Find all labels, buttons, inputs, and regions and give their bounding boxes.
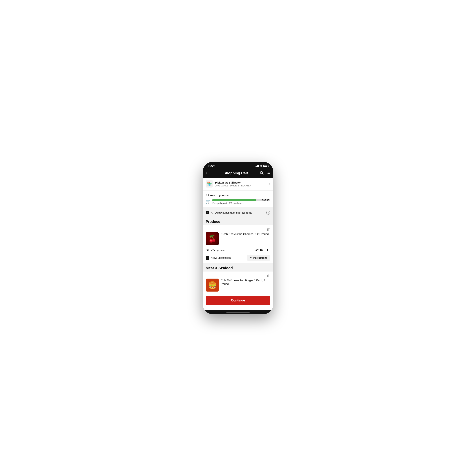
pickup-banner[interactable]: 🏪 Pickup at: Stillwater 1801 MARKET DRIV…: [203, 178, 273, 190]
phone-screen: 10:25 ⌘ ‹ Shopping Cart: [203, 162, 273, 314]
svg-line-1: [262, 173, 263, 174]
product-info-row: Fresh Red Jumbo Cherries, 0.25 Pound: [206, 232, 270, 245]
info-icon[interactable]: i: [266, 211, 270, 215]
per-unit: $6.99/lb: [217, 249, 225, 252]
product-delete-row: 🗑: [206, 227, 270, 232]
burger-info-row: Cub 80% Lean Pub Burger 1 Each, 1 Pound: [206, 279, 270, 291]
search-icon[interactable]: [260, 171, 264, 176]
progress-bar: $35.00: [212, 199, 270, 201]
pencil-icon: ✏: [250, 256, 252, 259]
progress-amount: $35.00: [262, 199, 269, 201]
back-button[interactable]: ‹: [206, 170, 212, 176]
product-card-burger: 🗑 Cub 80% Lean Pub Burger 1 Each, 1 Poun…: [203, 272, 273, 293]
burger-delete-row: 🗑: [206, 274, 270, 278]
header-actions: •••: [260, 171, 270, 176]
header-title: Shopping Cart: [223, 171, 248, 175]
home-bar: [226, 312, 250, 313]
progress-section: $35.00 Free pickup with $35 purchase...: [212, 199, 270, 204]
status-icons: ⌘: [255, 165, 268, 168]
instructions-button[interactable]: ✏ Instructions: [247, 255, 270, 261]
substitution-bar: ✓ ↻ Allow substitutions for all items i: [203, 208, 273, 217]
allow-sub-checkbox[interactable]: ✓: [206, 256, 209, 260]
more-options-icon[interactable]: •••: [267, 171, 270, 175]
store-icon: 🏪: [206, 180, 213, 187]
substitution-label: Allow substitutions for all items: [215, 211, 265, 214]
burger-delete-icon[interactable]: 🗑: [267, 274, 270, 278]
status-time: 10:25: [208, 164, 215, 168]
progress-label: Free pickup with $35 purchase...: [212, 202, 270, 204]
signal-icon: [255, 165, 259, 167]
product-actions-row: ✓ Allow Substitution ✏ Instructions: [206, 255, 270, 261]
wifi-icon: ⌘: [260, 165, 262, 168]
cart-summary: 5 items in your cart. 🛒 $35.00 Free pick…: [203, 191, 273, 207]
product-image-burger: [206, 279, 219, 291]
product-price: $1.75: [206, 248, 215, 252]
allow-sub-label: Allow Substitution: [211, 256, 231, 259]
price-section: $1.75 $6.99/lb: [206, 248, 225, 252]
cherries-image: [206, 232, 219, 245]
allow-sub-all-checkbox[interactable]: ✓: [206, 211, 209, 214]
bottom-bar: Continue: [203, 293, 273, 310]
chevron-right-icon: ›: [269, 182, 270, 186]
price-qty-row: $1.75 $6.99/lb − 0.25 lb +: [206, 247, 270, 253]
produce-section-header: Produce: [203, 217, 273, 225]
progress-fill: [212, 199, 256, 201]
app-header: ‹ Shopping Cart •••: [203, 169, 273, 178]
delete-icon[interactable]: 🗑: [267, 227, 270, 232]
qty-controls: − 0.25 lb +: [246, 247, 270, 253]
pickup-text: Pickup at: Stillwater 1801 MARKET DRIVE,…: [215, 181, 269, 187]
product-name-cherries: Fresh Red Jumbo Cherries, 0.25 Pound: [221, 232, 270, 236]
meat-section-header: Meat & Seafood: [203, 263, 273, 272]
allow-sub-row: ✓ Allow Substitution: [206, 256, 231, 260]
notch: [227, 162, 249, 168]
product-name-burger: Cub 80% Lean Pub Burger 1 Each, 1 Pound: [221, 279, 270, 286]
progress-row: 🛒 $35.00 Free pickup with $35 purchase..…: [206, 199, 270, 204]
pickup-title: Pickup at: Stillwater: [215, 181, 269, 184]
continue-button[interactable]: Continue: [206, 296, 270, 305]
cart-count: 5 items in your cart.: [206, 194, 270, 197]
pickup-address: 1801 MARKET DRIVE, STILLWATER: [215, 185, 269, 187]
qty-increase-button[interactable]: +: [265, 247, 270, 253]
scroll-content[interactable]: 🏪 Pickup at: Stillwater 1801 MARKET DRIV…: [203, 178, 273, 293]
product-card-cherries: 🗑 Fresh Red Jumbo Cherries, 0.25 Pound $…: [203, 225, 273, 263]
product-image-cherries: [206, 232, 219, 245]
battery-icon: [263, 165, 268, 167]
qty-value: 0.25 lb: [254, 248, 263, 252]
cart-icon: 🛒: [206, 199, 211, 204]
home-indicator: [203, 310, 273, 314]
phone-frame: 10:25 ⌘ ‹ Shopping Cart: [203, 162, 273, 314]
refresh-icon: ↻: [211, 211, 213, 214]
qty-decrease-button[interactable]: −: [246, 247, 252, 253]
burger-image: [206, 279, 219, 291]
instructions-label: Instructions: [253, 256, 267, 259]
